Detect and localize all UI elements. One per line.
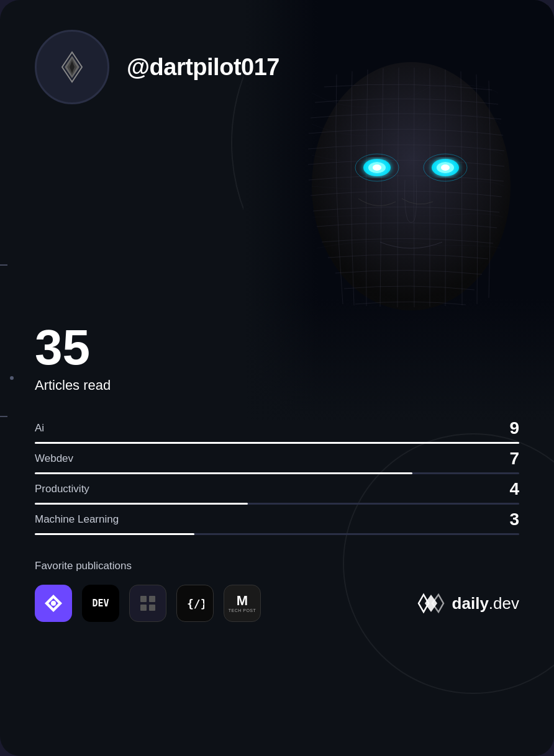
bar-container bbox=[35, 442, 519, 444]
dot-left bbox=[10, 376, 14, 380]
svg-rect-16 bbox=[149, 596, 155, 602]
pub-freecodecamp[interactable]: {/} bbox=[176, 585, 214, 622]
category-top: Productivity 4 bbox=[35, 479, 519, 499]
pub-hashnode[interactable] bbox=[35, 585, 72, 622]
dailydev-text: daily.dev bbox=[452, 594, 519, 613]
pub-icons-group: DEV {/} bbox=[35, 585, 261, 622]
category-name: Productivity bbox=[35, 483, 89, 495]
category-value: 7 bbox=[501, 449, 519, 469]
bar-fill bbox=[35, 533, 194, 535]
category-name: Machine Learning bbox=[35, 513, 119, 526]
category-name: Ai bbox=[35, 422, 44, 434]
categories-list: Ai 9 Webdev 7 Productivity 4 Machine Lea… bbox=[35, 418, 519, 535]
svg-rect-17 bbox=[140, 605, 147, 611]
avatar-icon bbox=[55, 50, 89, 84]
articles-count: 35 bbox=[35, 323, 519, 372]
tick-left-1 bbox=[0, 264, 7, 266]
bar-container bbox=[35, 472, 519, 474]
svg-rect-18 bbox=[149, 605, 155, 611]
profile-card: @dartpilot017 35 Articles read Ai 9 Webd… bbox=[0, 0, 554, 756]
dailydev-icon bbox=[415, 592, 447, 614]
tick-left-2 bbox=[0, 416, 7, 417]
category-name: Webdev bbox=[35, 452, 73, 465]
pub-grid[interactable] bbox=[129, 585, 166, 622]
articles-label: Articles read bbox=[35, 377, 519, 394]
category-item: Ai 9 bbox=[35, 418, 519, 444]
svg-rect-15 bbox=[140, 596, 147, 602]
pub-medium[interactable]: M TECH POST bbox=[224, 585, 261, 622]
avatar bbox=[35, 30, 109, 104]
bar-container bbox=[35, 503, 519, 505]
svg-text:{/}: {/} bbox=[187, 597, 204, 610]
svg-point-7 bbox=[441, 164, 450, 171]
svg-point-14 bbox=[51, 601, 56, 606]
category-top: Ai 9 bbox=[35, 418, 519, 438]
bar-fill bbox=[35, 503, 248, 505]
category-top: Webdev 7 bbox=[35, 449, 519, 469]
username-text: @dartpilot017 bbox=[127, 54, 279, 81]
category-item: Webdev 7 bbox=[35, 449, 519, 474]
stats-section: 35 Articles read Ai 9 Webdev 7 Productiv… bbox=[35, 323, 519, 622]
publications-label: Favorite publications bbox=[35, 560, 519, 572]
category-value: 4 bbox=[501, 479, 519, 499]
bar-container bbox=[35, 533, 519, 535]
category-item: Productivity 4 bbox=[35, 479, 519, 505]
profile-header: @dartpilot017 bbox=[35, 30, 519, 104]
bar-fill bbox=[35, 472, 412, 474]
svg-point-4 bbox=[373, 164, 381, 171]
category-value: 3 bbox=[501, 510, 519, 529]
pub-devto[interactable]: DEV bbox=[82, 585, 119, 622]
category-top: Machine Learning 3 bbox=[35, 510, 519, 529]
category-item: Machine Learning 3 bbox=[35, 510, 519, 535]
publications-row: DEV {/} bbox=[35, 585, 519, 622]
dailydev-logo: daily.dev bbox=[415, 592, 519, 614]
category-value: 9 bbox=[501, 418, 519, 438]
bar-fill bbox=[35, 442, 519, 444]
